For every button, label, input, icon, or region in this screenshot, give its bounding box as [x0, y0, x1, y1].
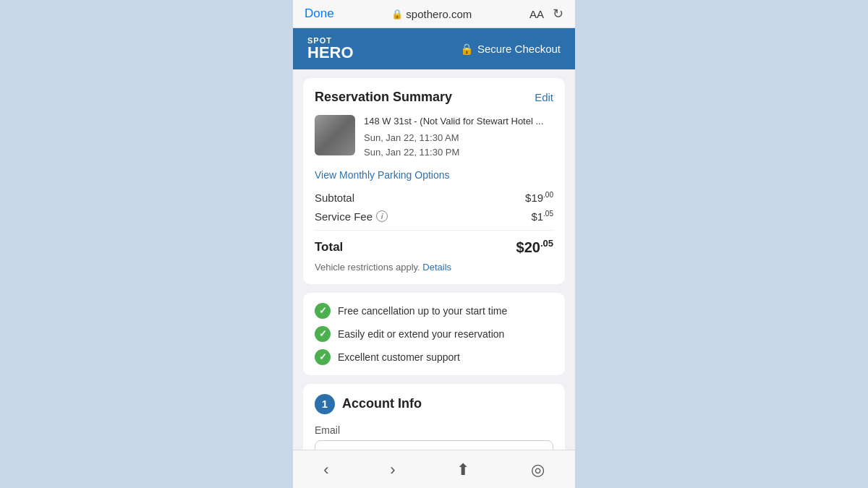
secure-checkout-text: Secure Checkout — [477, 43, 561, 55]
total-row: Total $20.05 — [315, 238, 553, 256]
section-header: Reservation Summary Edit — [315, 90, 553, 105]
account-title: Account Info — [342, 396, 422, 411]
check-icon-1 — [315, 303, 331, 319]
total-value: $20.05 — [516, 238, 553, 256]
spothero-logo: SPOT HERO — [307, 37, 354, 61]
benefits-card: Free cancellation up to your start time … — [303, 293, 565, 375]
back-button[interactable]: ‹ — [316, 458, 336, 482]
reservation-summary-card: Reservation Summary Edit 148 W 31st - (N… — [303, 78, 565, 284]
logo-hero-text: HERO — [307, 45, 354, 61]
bottom-nav: ‹ › ⬆ ◎ — [293, 450, 575, 488]
site-header: SPOT HERO 🔒 Secure Checkout — [293, 28, 575, 69]
parking-start-time: Sun, Jan 22, 11:30 AM — [364, 131, 553, 145]
benefit-row-2: Easily edit or extend your reservation — [315, 326, 553, 342]
benefit-row-1: Free cancellation up to your start time — [315, 303, 553, 319]
reload-icon[interactable]: ↻ — [553, 6, 563, 22]
service-fee-label: Service Fee i — [315, 210, 388, 223]
browser-actions: AA ↻ — [529, 6, 563, 22]
email-input[interactable] — [315, 440, 553, 450]
total-label: Total — [315, 240, 343, 254]
benefit-row-3: Excellent customer support — [315, 349, 553, 365]
account-info-card: 1 Account Info Email We'll send your res… — [303, 384, 565, 450]
check-icon-3 — [315, 349, 331, 365]
share-button[interactable]: ⬆ — [449, 458, 477, 482]
parking-details: 148 W 31st - (Not Valid for Stewart Hote… — [364, 115, 553, 159]
subtotal-label: Subtotal — [315, 192, 354, 204]
email-label: Email — [315, 424, 553, 436]
parking-name: 148 W 31st - (Not Valid for Stewart Hote… — [364, 115, 553, 128]
account-header: 1 Account Info — [315, 394, 553, 414]
lock-icon: 🔒 — [391, 9, 403, 20]
check-icon-2 — [315, 326, 331, 342]
done-button[interactable]: Done — [305, 7, 334, 21]
subtotal-value: $19.00 — [525, 191, 553, 204]
parking-thumbnail-image — [315, 115, 355, 155]
secure-checkout-label: 🔒 Secure Checkout — [460, 43, 561, 56]
price-divider — [315, 230, 553, 231]
forward-button[interactable]: › — [383, 458, 402, 482]
service-fee-value: $1.05 — [531, 210, 553, 223]
subtotal-row: Subtotal $19.00 — [315, 191, 553, 204]
location-button[interactable]: ◎ — [524, 458, 552, 482]
parking-end-time: Sun, Jan 22, 11:30 PM — [364, 145, 553, 160]
details-link[interactable]: Details — [422, 262, 451, 273]
parking-item: 148 W 31st - (Not Valid for Stewart Hote… — [315, 115, 553, 159]
vehicle-restrictions: Vehicle restrictions apply. Details — [315, 262, 553, 273]
browser-chrome: Done 🔒 spothero.com AA ↻ — [293, 0, 575, 28]
service-fee-row: Service Fee i $1.05 — [315, 210, 553, 223]
benefit-text-3: Excellent customer support — [338, 351, 460, 363]
benefit-text-1: Free cancellation up to your start time — [338, 305, 507, 317]
step-badge: 1 — [315, 394, 335, 414]
url-text: spothero.com — [406, 8, 472, 20]
view-monthly-link[interactable]: View Monthly Parking Options — [315, 169, 553, 181]
aa-button[interactable]: AA — [529, 8, 544, 20]
edit-button[interactable]: Edit — [535, 91, 553, 103]
section-title: Reservation Summary — [315, 90, 452, 105]
service-fee-info-icon[interactable]: i — [376, 210, 388, 222]
url-bar[interactable]: 🔒 spothero.com — [391, 8, 472, 20]
main-content: Reservation Summary Edit 148 W 31st - (N… — [293, 69, 575, 450]
parking-thumbnail — [315, 115, 355, 155]
lock-icon: 🔒 — [460, 43, 474, 56]
benefit-text-2: Easily edit or extend your reservation — [338, 328, 504, 340]
